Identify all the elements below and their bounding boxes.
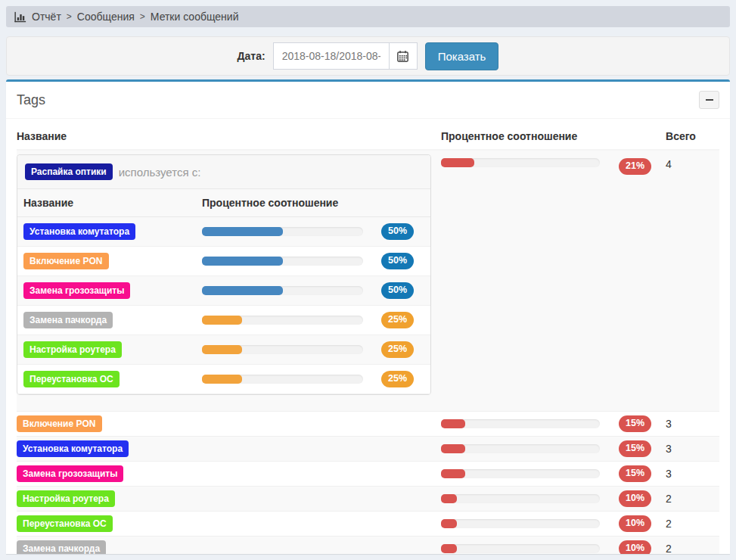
breadcrumb-item-current: Метки сообщений [151, 11, 239, 23]
tag-badge[interactable]: Замена пачкорда [17, 540, 106, 554]
progress-fill [202, 227, 283, 236]
progress-track [441, 544, 600, 553]
percent-pill: 10% [619, 490, 651, 507]
panel-title: Tags [17, 92, 45, 108]
total-count: 3 [666, 437, 719, 462]
bar-chart-icon [14, 11, 26, 23]
tag-badge[interactable]: Замена пачкорда [23, 312, 113, 328]
tag-badge[interactable]: Установка комутатора [17, 440, 129, 457]
minus-icon [706, 99, 713, 101]
show-button[interactable]: Показать [425, 42, 499, 70]
related-tag-row: Включение PON 50% [17, 247, 430, 276]
breadcrumb-separator: > [140, 11, 145, 22]
progress-fill [441, 519, 457, 528]
progress-track [441, 419, 600, 428]
progress-fill [202, 345, 242, 354]
table-row: Переустановка ОС 10% 2 [17, 512, 719, 537]
column-header-total: Всего [666, 123, 719, 150]
date-label: Дата: [238, 50, 266, 62]
tag-detail-panel: Распайка оптики используется с: Название… [17, 154, 431, 395]
related-tag-row: Замена грозозащиты 50% [17, 276, 430, 306]
related-tags-header-row: Название Процентное соотношение [17, 189, 430, 217]
tag-detail-header: Распайка оптики используется с: [17, 155, 430, 189]
tag-badge[interactable]: Переустановка ОС [17, 515, 113, 532]
breadcrumb-separator: > [67, 11, 72, 22]
progress-fill [202, 316, 242, 325]
percent-pill: 50% [381, 253, 414, 269]
breadcrumb-item-messages[interactable]: Сообщения [77, 11, 135, 23]
column-header-name: Название [17, 123, 441, 150]
total-count: 2 [666, 512, 719, 537]
total-count: 3 [666, 412, 719, 437]
progress-track [441, 444, 600, 453]
table-row-expanded: Распайка оптики используется с: Название… [17, 150, 719, 412]
tag-badge[interactable]: Настройка роутера [17, 490, 115, 507]
collapse-button[interactable] [699, 91, 719, 109]
percent-pill: 25% [381, 341, 414, 358]
tag-badge[interactable]: Установка комутатора [23, 223, 135, 240]
progress-fill [202, 286, 283, 295]
tags-table-body: Распайка оптики используется с: Название… [17, 150, 719, 554]
progress-track [202, 227, 363, 236]
progress-fill [202, 375, 242, 384]
progress-track [202, 316, 363, 325]
related-tag-row: Замена пачкорда 25% [17, 306, 430, 335]
tag-badge[interactable]: Замена грозозащиты [17, 465, 123, 482]
uses-with-text: используется с: [119, 166, 201, 179]
related-tag-row: Установка комутатора 50% [17, 217, 430, 247]
progress-track [202, 375, 363, 384]
progress-track [441, 519, 600, 528]
progress-fill [202, 257, 283, 266]
progress-track [202, 286, 363, 295]
table-row: Включение PON 15% 3 [17, 412, 719, 437]
progress-track [441, 494, 600, 503]
progress-fill [441, 419, 465, 428]
tags-table-header-row: Название Процентное соотношение Всего [17, 123, 719, 150]
page: Отчёт > Сообщения > Метки сообщений Дата… [0, 0, 736, 560]
progress-track [202, 345, 363, 354]
progress-track [441, 469, 600, 478]
date-range-input[interactable] [273, 42, 389, 70]
progress-fill [441, 158, 474, 167]
tags-panel-body: Название Процентное соотношение Всего Ра… [6, 119, 730, 554]
percent-pill: 25% [381, 371, 414, 387]
tag-badge[interactable]: Переустановка ОС [23, 371, 120, 387]
calendar-button[interactable] [389, 42, 418, 70]
tag-badge[interactable]: Включение PON [23, 253, 109, 269]
breadcrumb-item-report[interactable]: Отчёт [32, 11, 61, 23]
tags-panel: Tags Название Процентное соотношение Все… [6, 79, 730, 554]
date-filter-panel: Дата: Показать [6, 36, 730, 76]
tag-badge[interactable]: Включение PON [17, 415, 102, 432]
related-tag-row: Переустановка ОС 25% [17, 365, 430, 394]
column-header-percent: Процентное соотношение [441, 123, 666, 150]
percent-pill: 15% [619, 465, 651, 482]
table-row: Установка комутатора 15% 3 [17, 437, 719, 462]
tag-badge[interactable]: Распайка оптики [25, 163, 113, 180]
percent-pill: 50% [381, 223, 414, 240]
date-input-group [273, 42, 418, 70]
table-row: Замена пачкорда 10% 2 [17, 537, 719, 555]
total-count: 2 [666, 537, 719, 555]
tags-panel-header: Tags [6, 82, 730, 119]
table-row: Настройка роутера 10% 2 [17, 487, 719, 512]
percent-pill: 10% [619, 540, 651, 554]
tag-badge[interactable]: Замена грозозащиты [23, 282, 130, 299]
progress-fill [441, 494, 457, 503]
tags-table: Название Процентное соотношение Всего Ра… [17, 123, 719, 554]
progress-track [441, 158, 600, 167]
related-tags-table: Название Процентное соотношение Установк… [17, 189, 430, 394]
table-row: Замена грозозащиты 15% 3 [17, 462, 719, 487]
tag-badge[interactable]: Настройка роутера [23, 341, 122, 358]
total-count: 2 [666, 487, 719, 512]
breadcrumb: Отчёт > Сообщения > Метки сообщений [6, 6, 730, 27]
related-tags-body: Установка комутатора 50% Включение PON 5… [17, 217, 430, 394]
percent-pill: 25% [381, 312, 414, 328]
sub-column-header-percent: Процентное соотношение [196, 189, 430, 217]
sub-column-header-name: Название [17, 189, 196, 217]
total-count: 4 [666, 150, 719, 412]
progress-fill [441, 469, 465, 478]
percent-pill: 21% [619, 158, 651, 175]
calendar-icon [397, 51, 408, 62]
progress-track [202, 257, 363, 266]
progress-fill [441, 444, 465, 453]
